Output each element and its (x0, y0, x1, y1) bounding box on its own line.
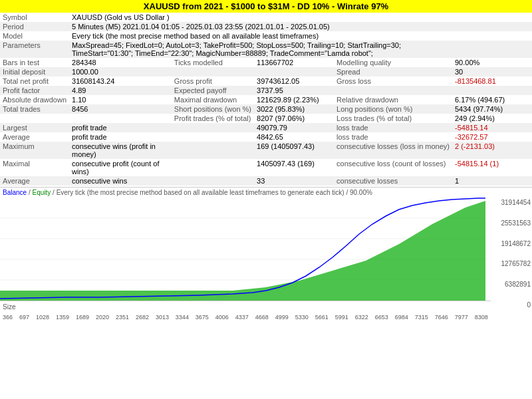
avg-consec-label: Average (0, 176, 69, 186)
info-table: Symbol XAUUSD (Gold vs US Dollar ) Perio… (0, 13, 532, 186)
total-trades-label: Total trades (0, 104, 69, 114)
loss-trades-value: 249 (2.94%) (452, 114, 532, 123)
average-profit-label: profit trade (69, 132, 172, 142)
main-chart-svg (0, 198, 485, 301)
bars-label: Bars in test (0, 58, 69, 67)
profit-trades-label: Profit trades (% of total) (172, 114, 254, 123)
profit-trades-value: 8207 (97.06%) (254, 114, 334, 123)
max-consec-wins-value: 169 (1405097.43) (254, 142, 334, 159)
chart-legend: Balance / Equity / Every tick (the most … (0, 188, 532, 198)
x-label: 7315 (415, 314, 428, 321)
long-pos-label: Long positions (won %) (334, 104, 452, 114)
x-label: 1689 (76, 314, 89, 321)
gross-profit-label: Gross profit (172, 76, 254, 86)
max-consec-losses-value: 2 (-2131.03) (452, 142, 532, 159)
modelling-label: Modelling quality (334, 58, 452, 67)
max-drawdown-value: 121629.89 (2.23%) (254, 95, 334, 104)
x-label: 366 (3, 314, 13, 321)
x-label: 697 (19, 314, 29, 321)
parameters-value: MaxSpread=45; FixedLot=0; AutoLot=3; Tak… (69, 41, 532, 58)
model-label: Model (0, 31, 69, 41)
max-consec-label: Maximum (0, 142, 69, 159)
gross-loss-value: -8135468.81 (452, 76, 532, 86)
largest-label: Largest (0, 123, 69, 132)
y-label-5: 6382891 (492, 281, 531, 288)
x-label: 6653 (375, 314, 388, 321)
period-label: Period (0, 22, 69, 31)
balance-legend: Balance (3, 189, 27, 196)
abs-drawdown-value: 1.10 (69, 95, 172, 104)
loss-trades-label: Loss trades (% of total) (334, 114, 452, 123)
x-label: 6984 (395, 314, 408, 321)
avg-consec-losses-value: 1 (452, 176, 532, 186)
x-label: 6322 (355, 314, 368, 321)
x-label: 3013 (156, 314, 169, 321)
net-profit-label: Total net profit (0, 76, 69, 86)
profit-factor-value: 4.89 (69, 86, 172, 95)
ticks-label: Ticks modelled (172, 58, 254, 67)
x-label: 3675 (196, 314, 209, 321)
x-label: 4337 (235, 314, 249, 321)
gross-loss-label: Gross loss (334, 76, 452, 86)
average-loss-value: -32672.57 (452, 132, 532, 142)
model-value: Every tick (the most precise method base… (69, 31, 532, 41)
x-label: 8308 (475, 314, 488, 321)
deposit-value: 1000.00 (69, 67, 172, 76)
maximal-consec-label: Maximal (0, 159, 69, 176)
y-label-top: 31914454 (492, 199, 531, 206)
chart-svg-area: Size 366 697 1028 1359 1689 2020 2351 26… (0, 198, 491, 322)
expected-payoff-label: Expected payoff (172, 86, 254, 95)
y-label-4: 12765782 (492, 260, 531, 267)
header-banner: XAUUSD from 2021 - $1000 to $31M - DD 10… (0, 0, 532, 13)
net-profit-value: 31608143.24 (69, 76, 172, 86)
x-label: 1028 (36, 314, 49, 321)
x-label: 5661 (315, 314, 329, 321)
y-label-bottom: 0 (492, 301, 531, 309)
spread-label: Spread (334, 67, 452, 76)
rel-drawdown-label: Relative drawdown (334, 95, 452, 104)
parameters-label: Parameters (0, 41, 69, 58)
x-label: 4999 (275, 314, 289, 321)
x-label: 4668 (255, 314, 269, 321)
maximal-consec-loss-value: -54815.14 (1) (452, 159, 532, 176)
y-label-2: 25531563 (492, 219, 531, 227)
x-label: 4006 (215, 314, 229, 321)
main-container: XAUUSD from 2021 - $1000 to $31M - DD 10… (0, 0, 532, 322)
rel-drawdown-value: 6.17% (494.67) (452, 95, 532, 104)
average-profit-value: 4842.65 (254, 132, 334, 142)
avg-consec-wins-label: consecutive wins (69, 176, 172, 186)
average-loss-label: loss trade (334, 132, 452, 142)
abs-drawdown-label: Absolute drawdown (0, 95, 69, 104)
largest-loss-label: loss trade (334, 123, 452, 132)
period-value: 5 Minutes (M5) 2021.01.04 01:05 - 2025.0… (69, 22, 532, 31)
largest-profit-value: 49079.79 (254, 123, 334, 132)
symbol-value: XAUUSD (Gold vs US Dollar ) (69, 13, 532, 22)
max-consec-wins-label: consecutive wins (profit in money) (69, 142, 172, 159)
spread-value: 30 (452, 67, 532, 76)
x-label: 7646 (435, 314, 448, 321)
x-label: 2351 (116, 314, 129, 321)
average-label: Average (0, 132, 69, 142)
size-label: Size (0, 303, 18, 311)
y-label-3: 19148672 (492, 240, 531, 247)
profit-factor-label: Profit factor (0, 86, 69, 95)
total-trades-value: 8456 (69, 104, 172, 114)
maximal-consec-loss-label: consecutive loss (count of losses) (334, 159, 452, 176)
short-pos-label: Short positions (won %) (172, 104, 254, 114)
maximal-consec-profit-label: consecutive profit (count of wins) (69, 159, 172, 176)
x-label: 3344 (176, 314, 189, 321)
x-axis-labels: 366 697 1028 1359 1689 2020 2351 2682 30… (0, 313, 491, 322)
avg-consec-losses-label: consecutive losses (334, 176, 452, 186)
x-label: 2020 (96, 314, 109, 321)
gross-profit-value: 39743612.05 (254, 76, 334, 86)
x-label: 2682 (136, 314, 149, 321)
largest-loss-value: -54815.14 (452, 123, 532, 132)
long-pos-value: 5434 (97.74%) (452, 104, 532, 114)
x-label: 5330 (295, 314, 309, 321)
ticks-value: 113667702 (254, 58, 334, 67)
max-consec-losses-label: consecutive losses (loss in money) (334, 142, 452, 159)
short-pos-value: 3022 (95.83%) (254, 104, 334, 114)
avg-consec-wins-value: 33 (254, 176, 334, 186)
equity-legend: Equity (32, 189, 51, 196)
x-label: 5991 (335, 314, 348, 321)
